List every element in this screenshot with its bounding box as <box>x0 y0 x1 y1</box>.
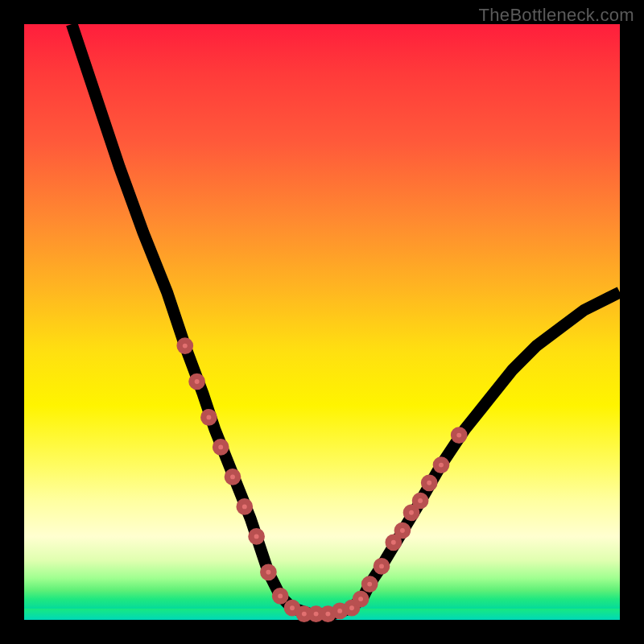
curve-dot <box>436 460 446 470</box>
curve-dot <box>454 430 464 440</box>
curve-dot <box>415 495 425 506</box>
curve-dot <box>192 376 202 386</box>
curve-dot <box>275 591 286 601</box>
curve-dot <box>287 603 297 613</box>
curve-dot <box>239 502 250 512</box>
curve-dot <box>388 537 398 547</box>
bottleneck-curve <box>72 24 620 614</box>
watermark-text: TheBottleneck.com <box>479 5 634 26</box>
chart-frame: TheBottleneck.com <box>0 0 644 644</box>
curve-dots-group <box>180 341 464 619</box>
curve-dot <box>227 472 237 482</box>
curve-dot <box>376 561 386 572</box>
curve-dot <box>180 341 190 351</box>
curve-dot <box>397 525 407 535</box>
curve-dot <box>406 507 416 518</box>
curve-dot <box>216 442 226 452</box>
curve-dot <box>355 593 365 604</box>
curve-dot <box>424 477 435 488</box>
curve-dot <box>365 579 375 589</box>
curve-dot <box>263 567 274 577</box>
curve-dot <box>204 412 214 423</box>
plot-area <box>24 24 620 620</box>
curve-svg <box>24 24 620 620</box>
curve-dot <box>251 531 262 542</box>
